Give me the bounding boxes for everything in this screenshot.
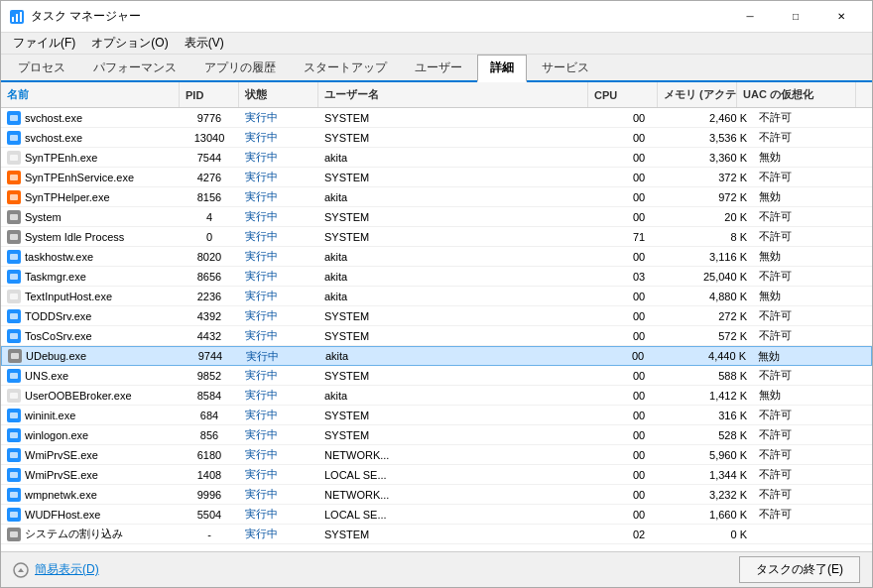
table-row[interactable]: TODDSrv.exe 4392 実行中 SYSTEM 00 272 K 不許可 bbox=[1, 306, 872, 326]
cell-cpu: 00 bbox=[604, 428, 674, 442]
col-cpu[interactable]: CPU bbox=[588, 82, 658, 107]
table-row[interactable]: TosCoSrv.exe 4432 実行中 SYSTEM 00 572 K 不許… bbox=[1, 326, 872, 346]
table-row[interactable]: System 4 実行中 SYSTEM 00 20 K 不許可 bbox=[1, 207, 872, 227]
proc-name: SynTPEnh.exe bbox=[25, 152, 97, 164]
svg-rect-6 bbox=[10, 155, 18, 161]
footer-left: 簡易表示(D) bbox=[13, 561, 99, 578]
tab-process[interactable]: プロセス bbox=[5, 55, 78, 80]
proc-name: svchost.exe bbox=[25, 132, 82, 144]
col-uac[interactable]: UAC の仮想化 bbox=[737, 82, 856, 107]
table-row[interactable]: WmiPrvSE.exe 1408 実行中 LOCAL SE... 00 1,3… bbox=[1, 465, 872, 485]
cell-pid: 8584 bbox=[180, 389, 239, 403]
table-row[interactable]: taskhostw.exe 8020 実行中 akita 00 3,116 K … bbox=[1, 247, 872, 267]
table-row[interactable]: winlogon.exe 856 実行中 SYSTEM 00 528 K 不許可 bbox=[1, 425, 872, 445]
cell-user: akita bbox=[318, 250, 604, 264]
cell-uac: 不許可 bbox=[753, 367, 872, 384]
proc-name: taskhostw.exe bbox=[25, 251, 93, 263]
svg-rect-7 bbox=[10, 175, 18, 180]
table-row[interactable]: UserOOBEBroker.exe 8584 実行中 akita 00 1,4… bbox=[1, 386, 872, 406]
cell-name: wmpnetwk.exe bbox=[1, 487, 180, 503]
cell-uac: 不許可 bbox=[753, 109, 872, 126]
table-row[interactable]: WUDFHost.exe 5504 実行中 LOCAL SE... 00 1,6… bbox=[1, 505, 872, 525]
cell-user: akita bbox=[318, 389, 604, 403]
menu-file[interactable]: ファイル(F) bbox=[5, 33, 83, 54]
menu-options[interactable]: オプション(O) bbox=[83, 33, 176, 54]
proc-name: wininit.exe bbox=[25, 410, 75, 421]
tab-services[interactable]: サービス bbox=[529, 55, 602, 80]
tab-app-history[interactable]: アプリの履歴 bbox=[191, 55, 289, 80]
tab-users[interactable]: ユーザー bbox=[402, 55, 475, 80]
table-row[interactable]: svchost.exe 13040 実行中 SYSTEM 00 3,536 K … bbox=[1, 128, 872, 148]
cell-uac: 不許可 bbox=[753, 486, 872, 503]
table-row[interactable]: SynTPEnh.exe 7544 実行中 akita 00 3,360 K 無… bbox=[1, 148, 872, 168]
close-button[interactable]: ✕ bbox=[818, 1, 864, 33]
col-name[interactable]: 名前 bbox=[1, 82, 180, 107]
tab-performance[interactable]: パフォーマンス bbox=[80, 55, 189, 80]
cell-pid: 6180 bbox=[180, 448, 239, 462]
simple-view-link[interactable]: 簡易表示(D) bbox=[35, 561, 99, 578]
process-icon bbox=[7, 528, 21, 541]
cell-name: UserOOBEBroker.exe bbox=[1, 388, 180, 404]
cell-pid: 8156 bbox=[180, 190, 239, 204]
cell-status: 実行中 bbox=[239, 208, 318, 225]
svg-rect-2 bbox=[16, 14, 18, 22]
cell-cpu: 00 bbox=[604, 389, 674, 403]
cell-memory: 5,960 K bbox=[674, 448, 753, 462]
cell-uac: 無効 bbox=[753, 248, 872, 265]
cell-pid: 7544 bbox=[180, 151, 239, 165]
minimize-button[interactable]: ─ bbox=[727, 1, 773, 33]
cell-uac: 不許可 bbox=[753, 208, 872, 225]
cell-cpu: 00 bbox=[604, 131, 674, 145]
cell-memory: 572 K bbox=[674, 329, 753, 343]
table-row[interactable]: wininit.exe 684 実行中 SYSTEM 00 316 K 不許可 bbox=[1, 406, 872, 425]
cell-user: SYSTEM bbox=[318, 230, 604, 244]
process-icon bbox=[7, 131, 21, 145]
cell-user: SYSTEM bbox=[318, 329, 604, 343]
proc-name: System bbox=[25, 211, 62, 223]
table-row[interactable]: UNS.exe 9852 実行中 SYSTEM 00 588 K 不許可 bbox=[1, 366, 872, 386]
cell-user: akita bbox=[318, 290, 604, 303]
col-status[interactable]: 状態 bbox=[239, 82, 318, 107]
cell-memory: 8 K bbox=[674, 230, 753, 244]
cell-user: SYSTEM bbox=[318, 309, 604, 323]
col-pid[interactable]: PID bbox=[180, 82, 239, 107]
proc-name: TODDSrv.exe bbox=[25, 310, 91, 322]
table-body[interactable]: svchost.exe 9776 実行中 SYSTEM 00 2,460 K 不… bbox=[1, 108, 872, 551]
cell-name: SynTPEnh.exe bbox=[1, 150, 180, 166]
cell-user: NETWORK... bbox=[318, 448, 604, 462]
maximize-button[interactable]: □ bbox=[773, 1, 818, 33]
table-row[interactable]: UDebug.exe 9744 実行中 akita 00 4,440 K 無効 bbox=[1, 346, 872, 366]
cell-memory: 372 K bbox=[674, 171, 753, 184]
process-icon bbox=[8, 349, 22, 363]
cell-status: 実行中 bbox=[239, 109, 318, 126]
table-row[interactable]: SynTPHelper.exe 8156 実行中 akita 00 972 K … bbox=[1, 187, 872, 207]
col-user[interactable]: ユーザー名 bbox=[318, 82, 588, 107]
table-row[interactable]: wmpnetwk.exe 9996 実行中 NETWORK... 00 3,23… bbox=[1, 485, 872, 505]
cell-memory: 0 K bbox=[674, 528, 753, 541]
cell-status: 実行中 bbox=[239, 188, 318, 205]
table-row[interactable]: WmiPrvSE.exe 6180 実行中 NETWORK... 00 5,96… bbox=[1, 445, 872, 465]
process-table: 名前 PID 状態 ユーザー名 CPU メモリ (アクテ... UAC の仮想化… bbox=[1, 82, 872, 551]
tab-startup[interactable]: スタートアップ bbox=[291, 55, 400, 80]
menu-view[interactable]: 表示(V) bbox=[177, 33, 232, 54]
table-row[interactable]: Taskmgr.exe 8656 実行中 akita 03 25,040 K 不… bbox=[1, 267, 872, 287]
table-row[interactable]: System Idle Process 0 実行中 SYSTEM 71 8 K … bbox=[1, 227, 872, 247]
table-row[interactable]: svchost.exe 9776 実行中 SYSTEM 00 2,460 K 不… bbox=[1, 108, 872, 128]
tab-details[interactable]: 詳細 bbox=[477, 55, 527, 82]
table-row[interactable]: システムの割り込み - 実行中 SYSTEM 02 0 K bbox=[1, 525, 872, 544]
end-task-button[interactable]: タスクの終了(E) bbox=[739, 556, 860, 583]
table-row[interactable]: SynTPEnhService.exe 4276 実行中 SYSTEM 00 3… bbox=[1, 168, 872, 187]
cell-pid: 9996 bbox=[180, 488, 239, 502]
process-icon bbox=[7, 290, 21, 303]
cell-memory: 4,440 K bbox=[673, 349, 752, 363]
table-row[interactable]: TextInputHost.exe 2236 実行中 akita 00 4,88… bbox=[1, 287, 872, 306]
cell-name: Taskmgr.exe bbox=[1, 269, 180, 285]
svg-marker-27 bbox=[18, 568, 24, 572]
cell-status: 実行中 bbox=[239, 268, 318, 285]
cell-pid: - bbox=[180, 528, 239, 541]
cell-uac: 不許可 bbox=[753, 426, 872, 443]
svg-rect-19 bbox=[10, 412, 18, 418]
col-memory[interactable]: メモリ (アクテ... bbox=[658, 82, 737, 107]
cell-name: SynTPEnhService.exe bbox=[1, 170, 180, 185]
cell-name: taskhostw.exe bbox=[1, 249, 180, 265]
